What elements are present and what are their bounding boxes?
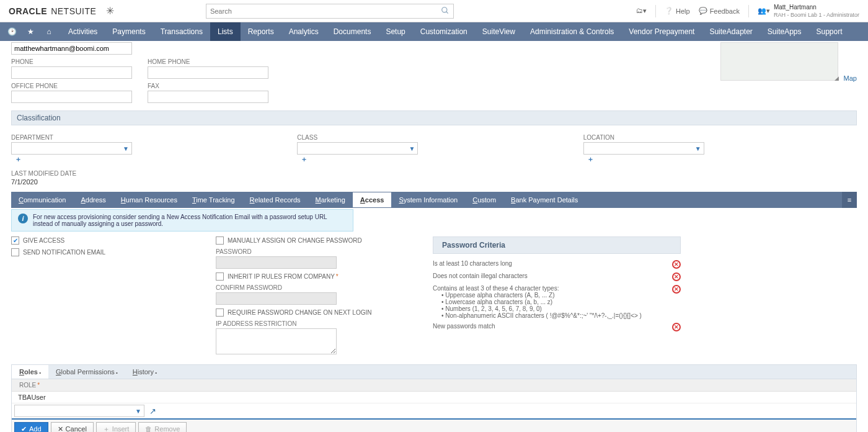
search-icon[interactable] [441,6,450,16]
nav-items: ActivitiesPaymentsTransactionsListsRepor… [61,22,850,41]
send-notification-checkbox[interactable] [11,248,19,256]
contact-mid: HOME PHONE FAX [148,42,420,103]
tab-system-information[interactable]: System Information [391,192,465,207]
subtab-history[interactable]: History • [125,365,164,379]
nav-item-documents[interactable]: Documents [326,22,379,41]
tab-human-resources[interactable]: Human Resources [113,192,185,207]
tab-time-tracking[interactable]: Time Tracking [185,192,242,207]
search-input[interactable] [210,7,441,15]
separator [748,5,749,17]
dept-add-button[interactable]: ＋ [15,155,22,163]
role-cancel-button[interactable]: ✕Cancel [51,422,94,432]
plus-icon: ＋ [103,425,110,433]
help-icon: ❔ [665,7,673,15]
role-switcher-icon[interactable]: 🗂▾ [636,7,647,15]
nav-item-setup[interactable]: Setup [378,22,412,41]
email-field[interactable] [11,42,132,55]
nav-item-payments[interactable]: Payments [105,22,153,41]
user-name: Matt_Hartmann [774,4,859,11]
chevron-down-icon: ▼ [123,145,129,152]
subtab-roles[interactable]: Roles • [12,365,48,379]
class-select[interactable]: ▼ [297,142,418,155]
contact-right: ◢ Map [433,42,857,103]
tab-marketing[interactable]: Marketing [308,192,353,207]
map-link[interactable]: Map [844,74,857,82]
last-modified-value: 7/1/2020 [11,178,857,186]
role-add-button[interactable]: ✔Add [14,422,48,432]
criteria-text: Is at least 10 characters long [433,260,660,267]
recent-icon[interactable]: 🕑 [2,23,21,40]
nav-item-administration-controls[interactable]: Administration & Controls [523,22,621,41]
nav-item-suiteview[interactable]: SuiteView [475,22,523,41]
check-icon: ✔ [21,425,27,433]
tab-related-records[interactable]: Related Records [242,192,308,207]
fax-field[interactable] [148,91,268,103]
nav-item-activities[interactable]: Activities [61,22,105,41]
role-remove-button[interactable]: 🗑Remove [138,422,187,432]
tab-bank-payment-details[interactable]: Bank Payment Details [503,192,585,207]
nav-item-suiteapps[interactable]: SuiteApps [760,22,809,41]
favorite-icon[interactable]: ★ [21,23,40,40]
give-access-checkbox[interactable] [11,236,19,245]
feedback-link[interactable]: 💬 Feedback [699,7,740,15]
office-phone-field[interactable] [11,91,132,103]
criteria-match: New passwords match ✕ [433,323,681,331]
criteria-length: Is at least 10 characters long ✕ [433,260,681,269]
manual-password-checkbox[interactable] [216,236,224,245]
tab-address[interactable]: Address [73,192,113,207]
role-select[interactable]: ▼ [14,405,144,417]
access-col-1: GIVE ACCESS SEND NOTIFICATION EMAIL [11,236,197,356]
phone-field[interactable] [11,66,132,79]
trash-icon: 🗑 [145,425,152,432]
give-access-label: GIVE ACCESS [23,237,64,244]
loc-select[interactable]: ▼ [583,142,704,155]
suite-icon: ✳ [106,5,115,17]
home-phone-field[interactable] [148,66,268,79]
inherit-ip-checkbox[interactable] [216,272,224,281]
password-field[interactable] [216,256,337,269]
user-menu[interactable]: 👥▾ Matt_Hartmann RAH - Boomi Lab 1 - Adm… [758,4,859,19]
svg-point-0 [442,7,447,12]
criteria-text: Contains at least 3 of these 4 character… [433,285,660,319]
subtabs-menu-icon[interactable]: ≡ [842,192,857,208]
resize-corner-icon[interactable]: ◢ [835,75,839,81]
loc-add-button[interactable]: ＋ [587,155,594,163]
role-row[interactable]: TBAUser [12,392,856,403]
tab-custom[interactable]: Custom [465,192,503,207]
help-link[interactable]: ❔ Help [665,7,690,15]
dept-label: DEPARTMENT [11,134,285,141]
subtab-global-permissions[interactable]: Global Permissions • [48,365,125,379]
loc-label: LOCATION [583,134,857,141]
nav-item-support[interactable]: Support [809,22,850,41]
class-add-button[interactable]: ＋ [301,155,308,163]
info-icon: i [18,214,28,223]
open-role-icon[interactable]: ↗ [149,407,156,416]
last-modified-label: LAST MODIFIED DATE [11,170,857,177]
confirm-password-field[interactable] [216,292,337,305]
role-insert-button[interactable]: ＋Insert [96,422,136,432]
home-icon[interactable]: ⌂ [40,23,58,40]
role-edit-row: ▼ ↗ [12,403,856,420]
home-phone-label: HOME PHONE [148,58,420,65]
tab-communication[interactable]: Communication [11,192,73,207]
chevron-down-icon: ▼ [135,408,141,415]
info-text: For new access provisioning consider sen… [33,214,347,227]
ip-restriction-field[interactable] [216,328,337,354]
map-placeholder[interactable]: ◢ [720,42,838,81]
office-phone-label: OFFICE PHONE [11,83,135,89]
top-right-tools: 🗂▾ ❔ Help 💬 Feedback 👥▾ Matt_Hartmann RA… [636,4,859,19]
nav-item-vendor-prepayment[interactable]: Vendor Prepayment [621,22,702,41]
global-search[interactable] [206,4,454,19]
dept-select[interactable]: ▼ [11,142,132,155]
nav-item-analytics[interactable]: Analytics [281,22,326,41]
nav-item-reports[interactable]: Reports [241,22,281,41]
nav-item-suiteadapter[interactable]: SuiteAdapter [702,22,760,41]
tab-access[interactable]: Access [353,192,392,207]
nav-item-transactions[interactable]: Transactions [153,22,210,41]
main-nav: 🕑 ★ ⌂ ActivitiesPaymentsTransactionsList… [0,22,868,41]
nav-item-lists[interactable]: Lists [210,22,241,41]
nav-item-customization[interactable]: Customization [413,22,475,41]
user-text: Matt_Hartmann RAH - Boomi Lab 1 - Admini… [774,4,859,19]
fax-label: FAX [148,83,420,89]
require-change-checkbox[interactable] [216,308,224,317]
